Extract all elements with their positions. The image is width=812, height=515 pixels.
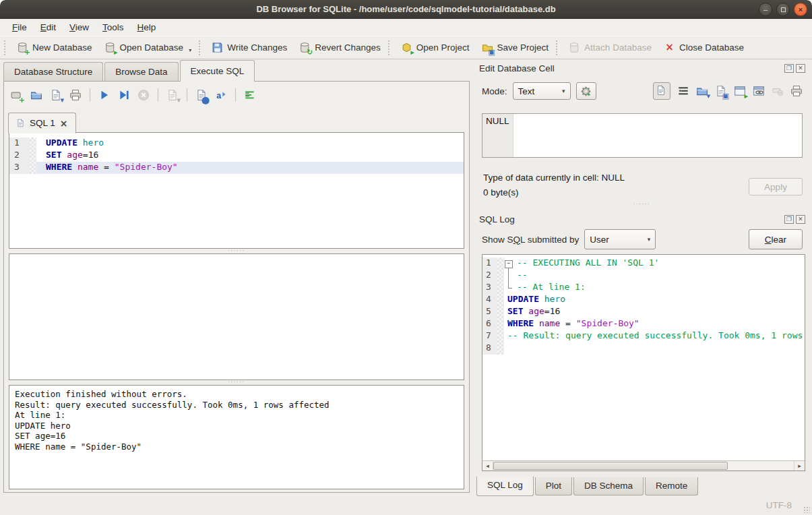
word-wrap-icon[interactable] xyxy=(677,85,689,97)
cell-toolbar: ▾ ▣ ▸ xyxy=(653,82,803,100)
sql-log-view[interactable]: 1-- EXECUTING ALL IN 'SQL 1'2--3-- At li… xyxy=(482,255,805,460)
maximize-button[interactable] xyxy=(776,3,790,16)
execution-log-pane[interactable]: Execution finished without errors. Resul… xyxy=(9,385,464,489)
tab-database-structure[interactable]: Database Structure xyxy=(3,62,103,81)
close-database-button[interactable]: × Close Database xyxy=(658,39,750,56)
tab-execute-sql[interactable]: Execute SQL xyxy=(180,60,255,82)
new-tab-icon[interactable]: + xyxy=(11,89,23,101)
toolbar-separator xyxy=(388,40,391,55)
write-changes-button[interactable]: Write Changes xyxy=(206,39,293,56)
toolbar-drag-handle[interactable] xyxy=(4,40,7,55)
resize-grip-icon[interactable] xyxy=(803,506,810,513)
print-icon[interactable] xyxy=(790,85,803,97)
clear-button[interactable]: Clear xyxy=(749,229,803,249)
float-icon[interactable]: ❐ xyxy=(784,215,794,224)
scrollbar-thumb[interactable] xyxy=(493,462,728,470)
menu-edit[interactable]: Edit xyxy=(34,20,63,34)
tab-plot[interactable]: Plot xyxy=(535,477,572,495)
text-mode-icon xyxy=(656,85,666,96)
tab-browse-data[interactable]: Browse Data xyxy=(104,62,178,81)
mode-label: Mode: xyxy=(482,86,507,96)
copy-link-icon[interactable] xyxy=(753,85,765,97)
open-in-external-icon[interactable]: ▸ xyxy=(734,85,746,97)
sql-log-dock-title: SQL Log ❐ ✕ xyxy=(479,212,805,226)
execute-all-icon[interactable] xyxy=(98,89,111,101)
open-database-dropdown-icon[interactable]: ▾ xyxy=(189,47,191,53)
toolbar-separator xyxy=(556,40,559,55)
app-window: DB Browser for SQLite - /home/user/code/… xyxy=(0,0,812,515)
sql-editor[interactable]: 1UPDATE hero2SET age=163WHERE name = "Sp… xyxy=(9,132,464,249)
close-button[interactable]: × xyxy=(794,3,807,16)
edit-cell-title: Edit Database Cell xyxy=(479,63,555,73)
open-project-label: Open Project xyxy=(416,42,470,53)
revert-changes-icon: ↻ xyxy=(299,42,311,53)
encoding-indicator[interactable]: UTF-8 xyxy=(766,500,792,510)
revert-changes-button[interactable]: ↻ Revert Changes xyxy=(293,39,387,56)
find-icon[interactable]: ⬤ xyxy=(195,89,208,101)
revert-changes-label: Revert Changes xyxy=(315,42,381,53)
toolbar-separator xyxy=(187,88,187,102)
database-open-icon: ▸ xyxy=(104,42,116,53)
open-database-label: Open Database xyxy=(120,42,184,53)
toolbar-separator xyxy=(199,40,201,55)
menu-view[interactable]: View xyxy=(63,20,96,34)
cell-null-gutter: NULL xyxy=(482,114,513,157)
close-database-icon: × xyxy=(664,42,675,53)
scrollbar-track[interactable] xyxy=(493,461,794,471)
text-mode-button[interactable] xyxy=(653,82,670,100)
close-icon[interactable]: ✕ xyxy=(796,64,805,73)
word-wrap-icon[interactable] xyxy=(244,89,256,101)
close-tab-icon[interactable]: × xyxy=(60,119,68,128)
new-database-button[interactable]: + New Database xyxy=(11,39,98,56)
results-pane[interactable] xyxy=(9,253,464,380)
filter-label: Show SQL submitted by xyxy=(482,235,579,245)
sql-log-frame: 1-- EXECUTING ALL IN 'SQL 1'2--3-- At li… xyxy=(482,254,805,471)
import-data-icon[interactable]: ▾ xyxy=(696,85,708,97)
tab-sql-log[interactable]: SQL Log xyxy=(476,477,534,496)
save-results-icon: ▾ xyxy=(166,89,179,101)
apply-label: Apply xyxy=(764,182,787,192)
scroll-right-icon[interactable]: ▸ xyxy=(794,461,805,471)
mode-select[interactable]: Text ▾ xyxy=(513,82,571,100)
right-pane: Edit Database Cell ❐ ✕ Mode: Text ▾ xyxy=(475,59,809,496)
sql-tab-sql1[interactable]: SQL 1 × xyxy=(8,113,76,133)
scroll-left-icon[interactable]: ◂ xyxy=(482,461,493,471)
dock-tab-bar: SQL Log Plot DB Schema Remote xyxy=(476,477,698,496)
save-project-button[interactable]: ▣ Save Project xyxy=(476,39,555,56)
titlebar[interactable]: DB Browser for SQLite - /home/user/code/… xyxy=(0,0,812,19)
close-icon[interactable]: ✕ xyxy=(796,215,805,224)
submitter-value: User xyxy=(590,235,609,245)
format-sql-icon[interactable]: a xyxy=(215,89,227,101)
cell-settings-button[interactable] xyxy=(576,82,596,100)
toolbar-separator xyxy=(235,88,236,102)
execute-current-line-icon[interactable] xyxy=(118,89,130,101)
attach-database-icon xyxy=(569,42,580,53)
open-project-button[interactable]: ▸ Open Project xyxy=(395,39,476,56)
execution-log-text: Execution finished without errors. Resul… xyxy=(15,389,458,452)
cell-text-area[interactable] xyxy=(513,114,802,157)
tab-db-schema[interactable]: DB Schema xyxy=(573,477,644,495)
open-sql-file-icon[interactable] xyxy=(30,89,42,101)
menu-tools[interactable]: Tools xyxy=(96,20,131,34)
save-sql-file-icon[interactable]: ▾ xyxy=(50,89,62,101)
submitter-select[interactable]: User ▾ xyxy=(584,229,656,249)
float-icon[interactable]: ❐ xyxy=(784,64,794,73)
toolbar-separator xyxy=(90,88,90,102)
menu-file[interactable]: File xyxy=(5,20,34,34)
sql-editor-code[interactable]: 1UPDATE hero2SET age=163WHERE name = "Sp… xyxy=(9,133,464,174)
clear-label: Clear xyxy=(765,235,786,245)
maximize-icon xyxy=(781,7,786,12)
apply-button: Apply xyxy=(749,178,803,195)
tab-remote[interactable]: Remote xyxy=(645,477,698,495)
export-data-icon[interactable]: ▣ xyxy=(715,85,727,97)
open-database-button[interactable]: ▸ Open Database ▾ xyxy=(98,39,198,56)
cell-editor[interactable]: NULL xyxy=(482,113,803,158)
minimize-button[interactable]: ‒ xyxy=(759,3,772,16)
chevron-down-icon: ▾ xyxy=(562,88,565,94)
print-icon[interactable] xyxy=(69,89,82,101)
dock-splitter[interactable]: ······ xyxy=(475,202,809,208)
sql-log-hscrollbar[interactable]: ◂ ▸ xyxy=(482,460,805,471)
statusbar: UTF-8 xyxy=(0,496,812,515)
stop-icon xyxy=(137,89,150,101)
menu-help[interactable]: Help xyxy=(131,20,163,34)
